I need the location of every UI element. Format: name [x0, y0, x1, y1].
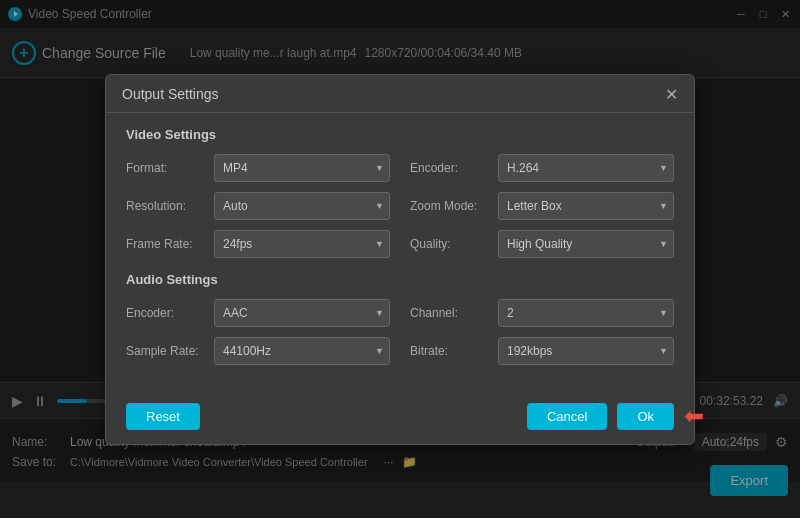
- quality-row: Quality: High QualityMedium QualityLow Q…: [410, 230, 674, 258]
- audio-settings-grid: Encoder: AACMP3AC3 Channel: 126: [126, 299, 674, 365]
- zoom-mode-row: Zoom Mode: Letter BoxPan & ScanFull: [410, 192, 674, 220]
- format-row: Format: MP4AVIMOVMKV: [126, 154, 390, 182]
- ok-wrapper: Ok ⬅: [617, 403, 674, 430]
- dialog-close-button[interactable]: ✕: [665, 85, 678, 104]
- zoom-mode-select[interactable]: Letter BoxPan & ScanFull: [498, 192, 674, 220]
- bitrate-label: Bitrate:: [410, 344, 490, 358]
- bitrate-select[interactable]: 192kbps128kbps256kbps320kbps: [498, 337, 674, 365]
- dialog-actions: Cancel Ok ⬅: [527, 403, 674, 430]
- channel-label: Channel:: [410, 306, 490, 320]
- dialog-body: Video Settings Format: MP4AVIMOVMKV Enco…: [106, 113, 694, 393]
- cancel-button[interactable]: Cancel: [527, 403, 607, 430]
- sample-rate-select[interactable]: 44100Hz48000Hz22050Hz: [214, 337, 390, 365]
- video-settings-grid: Format: MP4AVIMOVMKV Encoder: H.264H.265…: [126, 154, 674, 258]
- frame-rate-select[interactable]: 24fps25fps30fps60fps: [214, 230, 390, 258]
- video-settings-title: Video Settings: [126, 127, 674, 142]
- zoom-mode-select-wrapper[interactable]: Letter BoxPan & ScanFull: [498, 192, 674, 220]
- quality-select-wrapper[interactable]: High QualityMedium QualityLow Quality: [498, 230, 674, 258]
- resolution-select[interactable]: Auto1920x10801280x720854x480: [214, 192, 390, 220]
- sample-rate-select-wrapper[interactable]: 44100Hz48000Hz22050Hz: [214, 337, 390, 365]
- encoder-select[interactable]: H.264H.265MPEG-4: [498, 154, 674, 182]
- audio-encoder-select[interactable]: AACMP3AC3: [214, 299, 390, 327]
- audio-encoder-select-wrapper[interactable]: AACMP3AC3: [214, 299, 390, 327]
- channel-row: Channel: 126: [410, 299, 674, 327]
- audio-encoder-row: Encoder: AACMP3AC3: [126, 299, 390, 327]
- format-select[interactable]: MP4AVIMOVMKV: [214, 154, 390, 182]
- dialog-title: Output Settings: [122, 86, 219, 102]
- sample-rate-label: Sample Rate:: [126, 344, 206, 358]
- dialog-footer: Reset Cancel Ok ⬅: [106, 393, 694, 444]
- format-select-wrapper[interactable]: MP4AVIMOVMKV: [214, 154, 390, 182]
- resolution-select-wrapper[interactable]: Auto1920x10801280x720854x480: [214, 192, 390, 220]
- encoder-label: Encoder:: [410, 161, 490, 175]
- encoder-row: Encoder: H.264H.265MPEG-4: [410, 154, 674, 182]
- zoom-mode-label: Zoom Mode:: [410, 199, 490, 213]
- output-settings-dialog: Output Settings ✕ Video Settings Format:…: [105, 74, 695, 445]
- audio-settings-title: Audio Settings: [126, 272, 674, 287]
- dialog-overlay: Output Settings ✕ Video Settings Format:…: [0, 0, 800, 518]
- frame-rate-label: Frame Rate:: [126, 237, 206, 251]
- frame-rate-row: Frame Rate: 24fps25fps30fps60fps: [126, 230, 390, 258]
- quality-label: Quality:: [410, 237, 490, 251]
- ok-button[interactable]: Ok: [617, 403, 674, 430]
- encoder-select-wrapper[interactable]: H.264H.265MPEG-4: [498, 154, 674, 182]
- sample-rate-row: Sample Rate: 44100Hz48000Hz22050Hz: [126, 337, 390, 365]
- reset-button[interactable]: Reset: [126, 403, 200, 430]
- frame-rate-select-wrapper[interactable]: 24fps25fps30fps60fps: [214, 230, 390, 258]
- bitrate-row: Bitrate: 192kbps128kbps256kbps320kbps: [410, 337, 674, 365]
- resolution-label: Resolution:: [126, 199, 206, 213]
- resolution-row: Resolution: Auto1920x10801280x720854x480: [126, 192, 390, 220]
- audio-encoder-label: Encoder:: [126, 306, 206, 320]
- format-label: Format:: [126, 161, 206, 175]
- dialog-header: Output Settings ✕: [106, 75, 694, 113]
- channel-select[interactable]: 126: [498, 299, 674, 327]
- arrow-indicator: ⬅: [684, 402, 704, 430]
- quality-select[interactable]: High QualityMedium QualityLow Quality: [498, 230, 674, 258]
- bitrate-select-wrapper[interactable]: 192kbps128kbps256kbps320kbps: [498, 337, 674, 365]
- channel-select-wrapper[interactable]: 126: [498, 299, 674, 327]
